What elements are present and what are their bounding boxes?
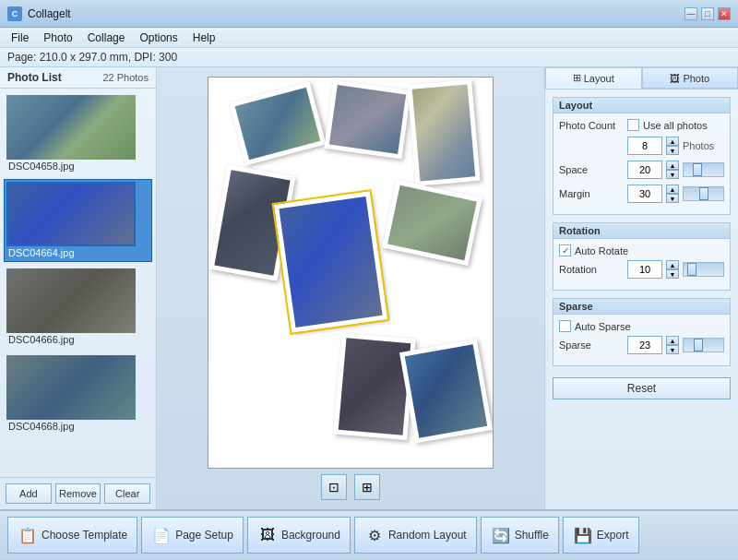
menu-options[interactable]: Options bbox=[132, 30, 184, 46]
collage-canvas[interactable] bbox=[208, 77, 494, 469]
layout-section: Layout Photo Count Use all photos bbox=[553, 97, 731, 215]
sparse-section-content: Auto Sparse Sparse ▲ ▼ bbox=[554, 315, 730, 365]
list-item[interactable]: DSC04666.jpg bbox=[4, 266, 152, 349]
choose-template-label: Choose Template bbox=[42, 529, 127, 542]
margin-down-button[interactable]: ▼ bbox=[666, 194, 679, 203]
photo-list-items: DSC04658.jpg DSC04664.jpg DSC04666.jpg D… bbox=[0, 89, 156, 477]
page-info-text: Page: 210.0 x 297.0 mm, DPI: 300 bbox=[7, 51, 177, 64]
photo-list-title: Photo List bbox=[7, 71, 62, 84]
collage-photo-selected[interactable] bbox=[274, 191, 387, 332]
rotation-spinner: ▲ ▼ bbox=[666, 260, 679, 279]
menu-photo[interactable]: Photo bbox=[36, 30, 79, 46]
crop-icon: ⊡ bbox=[328, 480, 339, 494]
canvas-toolbar: ⊡ ⊞ bbox=[321, 474, 380, 500]
list-item[interactable]: DSC04668.jpg bbox=[4, 352, 152, 435]
sparse-up-button[interactable]: ▲ bbox=[666, 336, 679, 345]
rotation-value-row: Rotation ▲ ▼ bbox=[559, 260, 724, 279]
collage-photo[interactable] bbox=[382, 180, 482, 266]
crop-tool-button[interactable]: ⊡ bbox=[321, 474, 347, 500]
export-button[interactable]: 💾 Export bbox=[563, 517, 639, 554]
random-layout-icon: ⚙ bbox=[364, 525, 385, 545]
photo-count-row: Photo Count Use all photos bbox=[559, 119, 724, 131]
list-item[interactable]: DSC04664.jpg bbox=[4, 179, 152, 262]
close-button[interactable]: ✕ bbox=[718, 7, 731, 20]
app-title: Collagelt bbox=[28, 7, 684, 20]
titlebar: C Collagelt — □ ✕ bbox=[0, 0, 738, 28]
collage-photo[interactable] bbox=[229, 82, 326, 166]
space-slider[interactable] bbox=[683, 162, 724, 177]
sparse-section-title: Sparse bbox=[554, 299, 730, 315]
menu-help[interactable]: Help bbox=[185, 30, 223, 46]
collage-photo[interactable] bbox=[407, 79, 480, 186]
use-all-label: Use all photos bbox=[643, 120, 708, 131]
reset-button[interactable]: Reset bbox=[553, 377, 731, 399]
sparse-down-button[interactable]: ▼ bbox=[666, 345, 679, 354]
shuffle-label: Shuffle bbox=[515, 529, 549, 542]
list-item[interactable]: DSC04658.jpg bbox=[4, 92, 152, 175]
collage-photo[interactable] bbox=[399, 339, 493, 443]
tab-layout[interactable]: ⊞ Layout bbox=[545, 67, 642, 89]
count-input[interactable] bbox=[627, 137, 662, 155]
page-setup-button[interactable]: 📄 Page Setup bbox=[141, 517, 244, 554]
photo-list-buttons: Add Remove Clear bbox=[0, 477, 156, 509]
collage-photo[interactable] bbox=[324, 79, 411, 159]
rotation-up-button[interactable]: ▲ bbox=[666, 260, 679, 269]
rotation-slider[interactable] bbox=[683, 262, 724, 277]
space-spinner: ▲ ▼ bbox=[666, 161, 679, 179]
canvas-area: ⊡ ⊞ bbox=[157, 67, 544, 509]
clear-photos-button[interactable]: Clear bbox=[104, 483, 150, 504]
auto-sparse-label: Auto Sparse bbox=[575, 321, 631, 332]
background-button[interactable]: 🖼 Background bbox=[247, 517, 351, 554]
photo-tab-label: Photo bbox=[683, 73, 709, 84]
random-layout-button[interactable]: ⚙ Random Layout bbox=[354, 517, 477, 554]
collage-photo[interactable] bbox=[333, 333, 415, 441]
space-slider-thumb bbox=[693, 163, 702, 176]
layout-section-title: Layout bbox=[554, 98, 730, 113]
photo-thumbnail bbox=[6, 182, 136, 246]
auto-rotate-checkbox[interactable]: ✓ bbox=[559, 244, 571, 256]
choose-template-icon: 📋 bbox=[18, 525, 38, 545]
choose-template-button[interactable]: 📋 Choose Template bbox=[7, 517, 137, 554]
layout-tab-label: Layout bbox=[584, 73, 614, 84]
minimize-button[interactable]: — bbox=[684, 7, 697, 20]
menu-file[interactable]: File bbox=[4, 30, 36, 46]
margin-input[interactable] bbox=[627, 185, 662, 203]
export-label: Export bbox=[597, 529, 629, 542]
margin-row: Margin ▲ ▼ bbox=[559, 185, 724, 203]
bottom-toolbar: 📋 Choose Template 📄 Page Setup 🖼 Backgro… bbox=[0, 509, 738, 559]
right-panel-tabs: ⊞ Layout 🖼 Photo bbox=[545, 67, 738, 89]
photo-filename: DSC04658.jpg bbox=[6, 160, 149, 173]
count-up-button[interactable]: ▲ bbox=[666, 137, 679, 146]
auto-sparse-checkbox[interactable] bbox=[559, 320, 571, 332]
margin-slider[interactable] bbox=[683, 186, 724, 201]
remove-photos-button[interactable]: Remove bbox=[55, 483, 101, 504]
photo-tab-icon: 🖼 bbox=[670, 73, 680, 84]
rotation-input[interactable] bbox=[627, 260, 662, 279]
auto-rotate-row: ✓ Auto Rotate bbox=[559, 244, 724, 256]
sparse-slider[interactable] bbox=[683, 338, 724, 352]
margin-up-button[interactable]: ▲ bbox=[666, 185, 679, 194]
page-info-bar: Page: 210.0 x 297.0 mm, DPI: 300 bbox=[0, 48, 738, 67]
photo-thumbnail bbox=[6, 268, 136, 333]
page-setup-label: Page Setup bbox=[175, 529, 233, 542]
count-unit: Photos bbox=[683, 140, 714, 151]
grid-tool-button[interactable]: ⊞ bbox=[354, 474, 380, 500]
rotation-section: Rotation ✓ Auto Rotate Rotation ▲ ▼ bbox=[553, 222, 731, 291]
photo-thumbnail bbox=[6, 355, 136, 420]
count-down-button[interactable]: ▼ bbox=[666, 146, 679, 155]
shuffle-button[interactable]: 🔄 Shuffle bbox=[481, 517, 559, 554]
add-photos-button[interactable]: Add bbox=[6, 483, 52, 504]
space-input[interactable] bbox=[627, 161, 662, 179]
menu-collage[interactable]: Collage bbox=[80, 30, 133, 46]
use-all-checkbox[interactable] bbox=[627, 119, 639, 131]
space-down-button[interactable]: ▼ bbox=[666, 170, 679, 179]
sparse-value-row: Sparse ▲ ▼ bbox=[559, 336, 724, 354]
space-up-button[interactable]: ▲ bbox=[666, 161, 679, 170]
photo-thumbnail bbox=[6, 95, 136, 160]
rotation-down-button[interactable]: ▼ bbox=[666, 269, 679, 279]
sparse-input[interactable] bbox=[627, 336, 662, 354]
maximize-button[interactable]: □ bbox=[701, 7, 714, 20]
count-spinner: ▲ ▼ bbox=[666, 137, 679, 155]
tab-photo[interactable]: 🖼 Photo bbox=[642, 67, 739, 89]
photo-count: 22 Photos bbox=[102, 72, 149, 83]
